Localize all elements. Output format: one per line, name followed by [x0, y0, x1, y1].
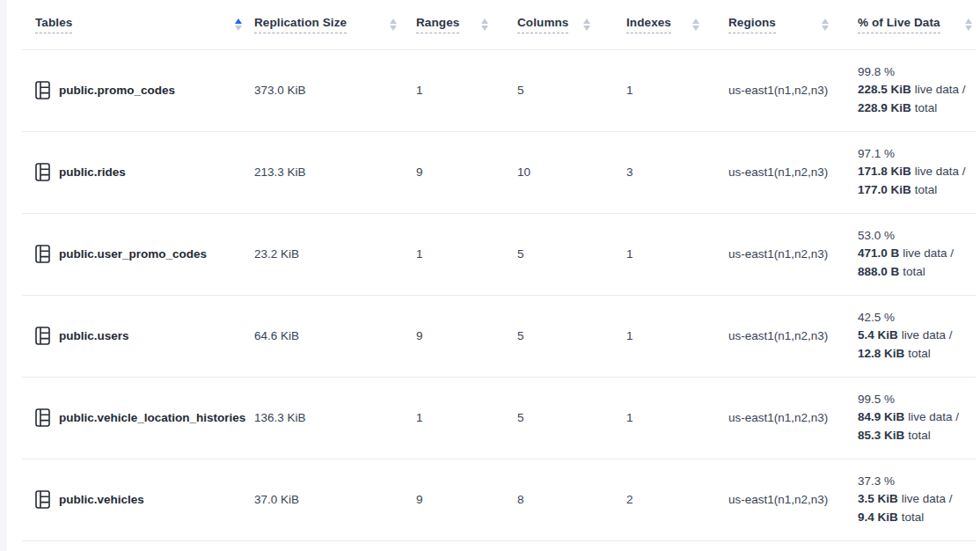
table-grid-icon: [35, 163, 50, 181]
total-data-suffix: total: [915, 101, 938, 114]
columns-cell: 10: [493, 131, 595, 213]
sort-icon-indexes[interactable]: [691, 17, 700, 33]
live-data-percent: 99.5 %: [858, 391, 976, 409]
live-data-percent: 97.1 %: [858, 145, 976, 164]
live-data-cell: 99.5 % 84.9 KiBlive data / 85.3 KiBtotal: [833, 377, 976, 459]
table-grid-icon: [35, 408, 50, 427]
total-data-suffix: total: [903, 265, 925, 278]
ranges-cell: 1: [401, 213, 493, 295]
table-name-link[interactable]: public.user_promo_codes: [59, 247, 207, 261]
col-header-tables[interactable]: Tables: [35, 16, 72, 33]
total-data-size: 177.0 KiB: [858, 183, 911, 196]
total-data-suffix: total: [908, 347, 931, 360]
live-data-size: 3.5 KiB: [858, 492, 898, 505]
total-data-size: 85.3 KiB: [858, 429, 904, 442]
columns-cell: 8: [493, 459, 595, 540]
regions-cell: us-east1(n1,n2,n3): [704, 295, 833, 377]
ranges-cell: 1: [401, 377, 493, 459]
columns-cell: 5: [493, 377, 595, 459]
table-row[interactable]: public.user_promo_codes 23.2 KiB 1 5 1 u…: [22, 213, 976, 295]
table-name-link[interactable]: public.vehicle_location_histories: [59, 411, 245, 424]
col-header-live-data[interactable]: % of Live Data: [858, 16, 940, 33]
indexes-cell: 1: [595, 377, 704, 459]
indexes-cell: 1: [595, 49, 704, 131]
live-data-suffix: live data /: [915, 165, 966, 178]
replication-size-cell: 373.0 KiB: [246, 49, 401, 131]
live-data-size: 228.5 KiB: [858, 83, 911, 96]
total-data-suffix: total: [908, 429, 931, 442]
table-grid-icon: [35, 245, 50, 263]
total-data-size: 888.0 B: [858, 265, 899, 278]
live-data-cell: 97.1 % 171.8 KiBlive data / 177.0 KiBtot…: [833, 131, 976, 213]
ranges-cell: 1: [401, 49, 493, 131]
ranges-cell: 9: [401, 131, 493, 213]
col-header-regions[interactable]: Regions: [728, 16, 776, 33]
indexes-cell: 2: [595, 459, 704, 540]
total-data-suffix: total: [915, 183, 938, 196]
total-data-suffix: total: [902, 511, 925, 524]
sort-icon-columns[interactable]: [582, 17, 591, 33]
header-row: Tables Replication Size Ranges Columns I…: [22, 0, 976, 49]
table-name-link[interactable]: public.rides: [59, 165, 126, 179]
col-header-ranges[interactable]: Ranges: [416, 16, 459, 33]
total-data-size: 12.8 KiB: [858, 347, 904, 360]
live-data-size: 471.0 B: [858, 246, 899, 260]
columns-cell: 5: [493, 213, 595, 295]
indexes-cell: 1: [595, 213, 704, 295]
total-data-size: 228.9 KiB: [858, 101, 911, 114]
replication-size-cell: 64.6 KiB: [246, 295, 401, 377]
table-name-link[interactable]: public.users: [59, 329, 129, 342]
replication-size-cell: 37.0 KiB: [246, 459, 401, 540]
col-header-indexes[interactable]: Indexes: [626, 16, 671, 33]
live-data-percent: 53.0 %: [858, 227, 976, 246]
live-data-cell: 42.5 % 5.4 KiBlive data / 12.8 KiBtotal: [833, 295, 976, 377]
sort-icon-replication-size[interactable]: [389, 17, 398, 33]
live-data-percent: 99.8 %: [858, 63, 976, 82]
replication-size-cell: 23.2 KiB: [246, 213, 401, 295]
live-data-size: 5.4 KiB: [858, 328, 898, 342]
indexes-cell: 1: [595, 295, 704, 377]
ranges-cell: 9: [401, 295, 493, 377]
sort-icon-regions[interactable]: [821, 17, 830, 33]
sort-icon-ranges[interactable]: [480, 17, 489, 33]
table-row[interactable]: public.rides 213.3 KiB 9 10 3 us-east1(n…: [22, 131, 976, 213]
live-data-cell: 99.8 % 228.5 KiBlive data / 228.9 KiBtot…: [833, 49, 976, 131]
live-data-suffix: live data /: [908, 410, 959, 423]
live-data-percent: 37.3 %: [858, 473, 976, 491]
ranges-cell: 9: [401, 459, 493, 540]
col-header-replication-size[interactable]: Replication Size: [254, 16, 347, 33]
tables-list-table: Tables Replication Size Ranges Columns I…: [22, 0, 976, 541]
table-row[interactable]: public.vehicle_location_histories 136.3 …: [22, 377, 976, 459]
table-grid-icon: [35, 490, 50, 509]
total-data-size: 9.4 KiB: [858, 511, 898, 524]
table-grid-icon: [35, 81, 50, 99]
regions-cell: us-east1(n1,n2,n3): [704, 49, 833, 131]
columns-cell: 5: [493, 49, 595, 131]
columns-cell: 5: [493, 295, 595, 377]
sort-icon-live-data[interactable]: [964, 17, 973, 33]
left-edge-strip: [0, 0, 7, 551]
live-data-percent: 42.5 %: [858, 309, 976, 327]
table-row[interactable]: public.vehicles 37.0 KiB 9 8 2 us-east1(…: [22, 459, 976, 540]
live-data-cell: 53.0 % 471.0 Blive data / 888.0 Btotal: [833, 213, 976, 295]
table-name-link[interactable]: public.promo_codes: [59, 84, 175, 97]
regions-cell: us-east1(n1,n2,n3): [704, 459, 833, 540]
table-row[interactable]: public.promo_codes 373.0 KiB 1 5 1 us-ea…: [22, 49, 976, 131]
indexes-cell: 3: [595, 131, 704, 213]
regions-cell: us-east1(n1,n2,n3): [704, 131, 833, 213]
live-data-suffix: live data /: [903, 246, 954, 260]
live-data-suffix: live data /: [915, 83, 966, 96]
live-data-suffix: live data /: [902, 328, 953, 342]
live-data-suffix: live data /: [902, 492, 953, 505]
replication-size-cell: 136.3 KiB: [246, 377, 401, 459]
live-data-size: 171.8 KiB: [858, 165, 911, 178]
regions-cell: us-east1(n1,n2,n3): [704, 377, 833, 459]
table-grid-icon: [35, 327, 50, 345]
replication-size-cell: 213.3 KiB: [246, 131, 401, 213]
live-data-size: 84.9 KiB: [858, 410, 904, 423]
col-header-columns[interactable]: Columns: [517, 16, 568, 33]
live-data-cell: 37.3 % 3.5 KiBlive data / 9.4 KiBtotal: [833, 459, 976, 540]
table-row[interactable]: public.users 64.6 KiB 9 5 1 us-east1(n1,…: [22, 295, 976, 377]
table-name-link[interactable]: public.vehicles: [59, 493, 144, 506]
sort-icon-tables[interactable]: [234, 17, 243, 33]
